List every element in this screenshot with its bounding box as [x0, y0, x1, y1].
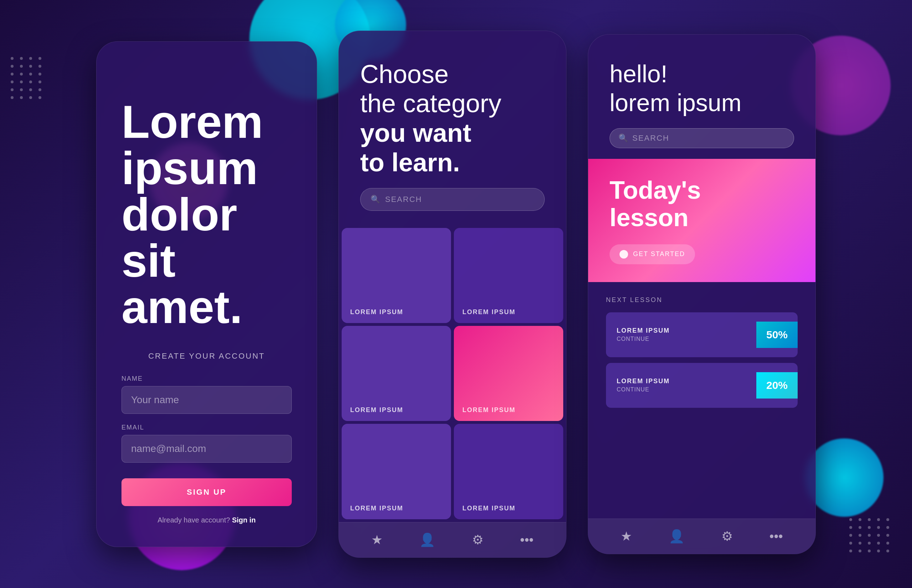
todays-lesson-title: Today'slesson [610, 177, 794, 231]
nav-gear-icon[interactable]: ⚙ [472, 532, 483, 548]
lesson-card-2[interactable]: LOREM IPSUM CONTINUE 20% [606, 363, 798, 408]
lesson-info-2: LOREM IPSUM CONTINUE [617, 378, 756, 393]
progress-badge-2: 20% [756, 372, 798, 399]
signup-form: CREATE YOUR ACCOUNT NAME EMAIL SIGN UP A… [121, 352, 292, 524]
nav-user-icon[interactable]: 👤 [419, 532, 435, 548]
screen2-bottom-nav: ★ 👤 ⚙ ••• [339, 522, 566, 557]
search-icon-sm: 🔍 [618, 134, 628, 143]
nav-more-icon[interactable]: ••• [520, 532, 534, 548]
screen3-top: hello!lorem ipsum 🔍 SEARCH [588, 34, 815, 159]
name-input[interactable] [121, 386, 292, 414]
lesson-search-bar[interactable]: 🔍 SEARCH [610, 128, 794, 148]
search-label: SEARCH [385, 195, 422, 204]
category-card-1[interactable]: LOREM IPSUM [342, 228, 451, 323]
lesson-card-1[interactable]: LOREM IPSUM CONTINUE 50% [606, 312, 798, 357]
screen1-headline: Lorem ipsum dolor sit amet. [121, 99, 292, 330]
category-card-2[interactable]: LOREM IPSUM [454, 228, 563, 323]
category-card-4[interactable]: LOREM IPSUM [454, 326, 563, 421]
name-field-group: NAME [121, 375, 292, 414]
screen3-bottom-nav: ★ 👤 ⚙ ••• [588, 519, 815, 554]
next-lesson-label: NEXT LESSON [606, 296, 798, 304]
email-label: EMAIL [121, 424, 292, 431]
nav-gear-icon-3[interactable]: ⚙ [721, 529, 733, 544]
nav-user-icon-3[interactable]: 👤 [669, 529, 685, 544]
category-grid: LOREM IPSUM LOREM IPSUM LOREM IPSUM LORE… [339, 225, 566, 522]
category-card-5[interactable]: LOREM IPSUM [342, 424, 451, 519]
signup-button[interactable]: SIGN UP [121, 478, 292, 506]
screen-category: Choosethe category you wantto learn. 🔍 S… [338, 31, 566, 558]
category-card-3[interactable]: LOREM IPSUM [342, 326, 451, 421]
screen2-top: Choosethe category you wantto learn. 🔍 S… [339, 31, 566, 225]
category-card-6[interactable]: LOREM IPSUM [454, 424, 563, 519]
btn-circle-icon [619, 250, 628, 258]
name-label: NAME [121, 375, 292, 383]
next-lesson-section: NEXT LESSON LOREM IPSUM CONTINUE 50% LOR… [588, 282, 815, 519]
nav-more-icon-3[interactable]: ••• [770, 529, 783, 544]
get-started-button[interactable]: GET STARTED [610, 244, 695, 264]
signin-link[interactable]: Sign in [232, 516, 256, 524]
lesson-info-1: LOREM IPSUM CONTINUE [617, 327, 756, 342]
screen-lesson: hello!lorem ipsum 🔍 SEARCH Today'slesson… [588, 34, 816, 554]
email-field-group: EMAIL [121, 424, 292, 463]
screen-signup: Lorem ipsum dolor sit amet. CREATE YOUR … [96, 41, 317, 547]
category-search-bar[interactable]: 🔍 SEARCH [360, 188, 545, 211]
create-account-label: CREATE YOUR ACCOUNT [121, 352, 292, 361]
progress-badge-1: 50% [756, 321, 798, 348]
hello-text: hello!lorem ipsum [610, 60, 794, 118]
search-label-sm: SEARCH [632, 134, 669, 143]
already-account-text: Already have account? Sign in [121, 516, 292, 524]
screens-container: Lorem ipsum dolor sit amet. CREATE YOUR … [0, 0, 912, 588]
nav-star-icon[interactable]: ★ [371, 532, 383, 548]
email-input[interactable] [121, 435, 292, 463]
todays-lesson-card: Today'slesson GET STARTED [588, 159, 815, 282]
search-icon: 🔍 [370, 195, 380, 204]
screen2-headline: Choosethe category you wantto learn. [360, 60, 545, 178]
nav-star-icon-3[interactable]: ★ [621, 529, 632, 544]
